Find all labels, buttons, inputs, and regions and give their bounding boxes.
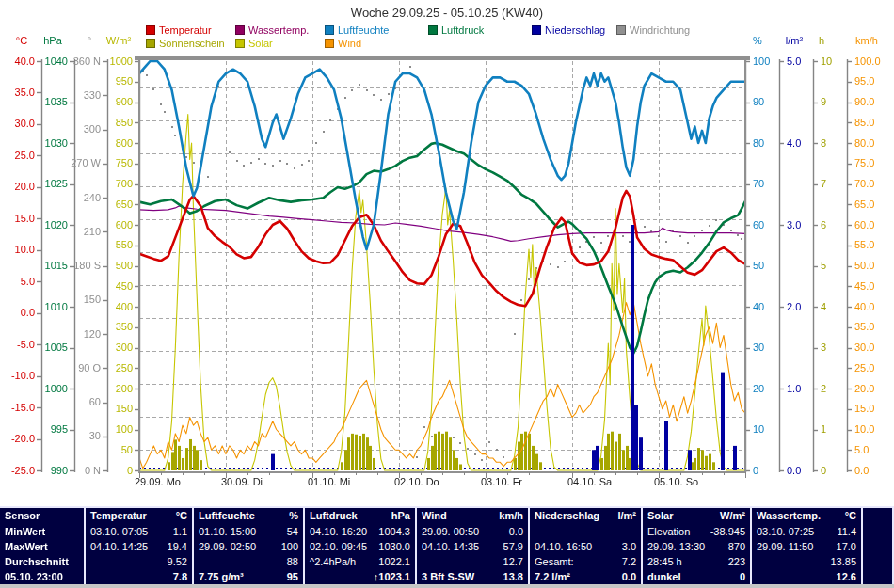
axis-tick-label-wm2: 900 bbox=[95, 97, 133, 107]
table-column-wassertemp: Wassertemp.°C03.10. 07:2511.429.09. 11:5… bbox=[750, 508, 861, 586]
legend-item-wassertemp: Wassertemp. bbox=[235, 25, 309, 37]
axis-tick-label-rain: 1.0 bbox=[787, 384, 801, 394]
table-row-label: MinWert bbox=[0, 524, 84, 539]
table-cell-value: 870 bbox=[728, 539, 745, 554]
day-label: 04.10. Sa bbox=[567, 476, 612, 487]
axis-tick-label-rain: 2.0 bbox=[787, 302, 801, 312]
table-cell-label: 04.10. 14:25 bbox=[90, 539, 148, 554]
axis-tick-label-wm2: 750 bbox=[95, 158, 133, 168]
axis-tick-label-wm2: 0 bbox=[95, 466, 133, 476]
table-header-unit: °C bbox=[845, 508, 856, 524]
table-cell-label: 29.09. 11:50 bbox=[757, 539, 813, 554]
axis-tick-label-windax: 85.0 bbox=[854, 118, 874, 128]
table-cell-value: 13.85 bbox=[830, 554, 856, 569]
axis-tick-label-press: 1000 bbox=[30, 384, 68, 394]
legend-item-luftfeuchte: Luftfeuchte bbox=[325, 25, 389, 37]
axis-tick-label-press: 1035 bbox=[30, 97, 68, 107]
axis-tick-label-sunh: 6 bbox=[821, 220, 826, 230]
axis-tick-label-sunh: 5 bbox=[821, 261, 826, 271]
table-cell-value: 0.0 bbox=[509, 524, 523, 539]
table-cell-label: Gesamt: bbox=[535, 554, 574, 569]
axis-tick-label-wm2: 650 bbox=[95, 199, 133, 210]
axis-tick-label-press: 1030 bbox=[30, 138, 68, 149]
legend-item-temperatur: Temperatur bbox=[146, 25, 212, 37]
axis-tick-label-windax: 5.0 bbox=[854, 445, 869, 455]
axis-tick-label-wm2: 100 bbox=[95, 424, 133, 435]
table-cell-label: 01.10. 15:00 bbox=[199, 524, 256, 539]
axis-tick-label-sunh: 0 bbox=[821, 466, 826, 476]
table-cell-value: 7.2 bbox=[622, 554, 636, 569]
legend-swatch-icon bbox=[428, 25, 438, 35]
axis-unit-label: % bbox=[753, 36, 762, 46]
axis-tick-label-rain: 4.0 bbox=[787, 138, 801, 149]
table-cell-value: 0 bbox=[740, 569, 745, 584]
axis-tick-label-hum: 30 bbox=[753, 342, 764, 353]
axis-tick-label-windax: 15.0 bbox=[854, 404, 874, 414]
table-header-unit: °C bbox=[176, 508, 187, 524]
table-cell-label: 04.10. 14:35 bbox=[422, 539, 479, 554]
axis-tick-label-wm2: 1000 bbox=[95, 56, 133, 67]
axis-tick-label-rain: 5.0 bbox=[787, 56, 801, 67]
axis-tick-label-hum: 40 bbox=[753, 302, 764, 312]
table-cell-label: 28:45 h bbox=[647, 554, 682, 569]
axis-tick-label-hum: 0 bbox=[753, 466, 758, 476]
sensor-summary-table: SensorMinWertMaxWertDurchschnitt05.10. 2… bbox=[0, 506, 894, 586]
table-cell-label: 02.10. 09:45 bbox=[310, 539, 367, 554]
axis-tick-label-windax: 75.0 bbox=[854, 158, 874, 168]
table-cell-value: 223 bbox=[728, 554, 745, 569]
legend-label: Solar bbox=[248, 38, 273, 49]
legend-swatch-icon bbox=[616, 25, 626, 35]
axis-tick-label-hum: 100 bbox=[753, 56, 770, 67]
axis-tick-label-press: 995 bbox=[30, 424, 68, 435]
legend-label: Windrichtung bbox=[630, 24, 690, 36]
axis-tick-label-windax: 90.0 bbox=[854, 97, 874, 107]
day-label: 29.09. Mo bbox=[135, 476, 181, 487]
axis-tick-label-windax: 20.0 bbox=[854, 384, 874, 394]
table-cell-value: 7.8 bbox=[173, 569, 187, 584]
axis-tick-label-hum: 70 bbox=[753, 179, 764, 189]
legend-swatch-icon bbox=[235, 39, 245, 48]
table-header-unit: % bbox=[289, 508, 298, 524]
table-cell-value: 12.7 bbox=[503, 554, 523, 569]
legend-swatch-icon bbox=[146, 39, 155, 48]
table-column-niederschlag: Niederschlagl/m²04.10. 16:503.0Gesamt:7.… bbox=[528, 508, 641, 586]
axis-tick-label-press: 1010 bbox=[30, 302, 68, 312]
axis-tick-label-rain: 0.0 bbox=[787, 466, 801, 476]
axis-tick-label-temp: 30.0 bbox=[0, 119, 35, 129]
table-cell-value: 54 bbox=[287, 524, 298, 539]
legend-item-sonnenschein: Sonnenschein bbox=[146, 39, 225, 50]
axis-tick-label-hum: 50 bbox=[753, 261, 764, 271]
table-header-unit: l/m² bbox=[617, 508, 636, 524]
table-cell-label: 3 Bft S-SW bbox=[422, 569, 474, 584]
table-cell-value: 12.6 bbox=[837, 569, 856, 584]
axis-tick-label-wm2: 500 bbox=[95, 261, 133, 271]
axis-unit-label: ° bbox=[88, 36, 91, 46]
legend-item-niederschlag: Niederschlag bbox=[532, 25, 605, 37]
axis-tick-label-rain: 3.0 bbox=[787, 220, 801, 230]
axis-tick-label-sunh: 2 bbox=[821, 384, 826, 394]
table-cell-label: 29.09. 02:50 bbox=[199, 539, 256, 554]
legend-swatch-icon bbox=[532, 25, 541, 35]
axis-unit-label: W/m² bbox=[106, 36, 131, 46]
table-cell-label: 29.09. 13:30 bbox=[647, 539, 705, 554]
table-cell-value: 1022.1 bbox=[378, 554, 410, 569]
axis-tick-label-sunh: 9 bbox=[821, 97, 826, 107]
table-column-sensor: SensorMinWertMaxWertDurchschnitt05.10. 2… bbox=[0, 508, 84, 586]
axis-tick-label-sunh: 1 bbox=[821, 424, 826, 435]
axis-tick-label-wm2: 850 bbox=[95, 118, 133, 128]
table-cell-value: 1030.0 bbox=[378, 539, 410, 554]
table-column-luftfeuchte: Luftfeuchte%01.10. 15:005429.09. 02:5010… bbox=[192, 508, 303, 586]
axis-tick-label-wm2: 50 bbox=[95, 445, 133, 455]
weather-station-window: Woche 29.09.25 - 05.10.25 (KW40) Tempera… bbox=[0, 0, 894, 588]
legend-swatch-icon bbox=[325, 25, 334, 35]
axis-tick-label-temp: -10.0 bbox=[0, 371, 35, 381]
axis-tick-label-windax: 25.0 bbox=[854, 363, 874, 373]
table-cell-label: 04.10. 16:50 bbox=[535, 539, 592, 554]
axis-tick-label-windax: 65.0 bbox=[854, 199, 874, 210]
axis-tick-label-windax: 60.0 bbox=[854, 220, 874, 230]
legend-item-wind: Wind bbox=[325, 39, 361, 50]
axis-unit-label: °C bbox=[16, 36, 27, 46]
table-cell-label: 29.09. 00:50 bbox=[422, 524, 479, 539]
day-label: 30.09. Di bbox=[221, 476, 263, 487]
axis-tick-label-wm2: 200 bbox=[95, 384, 133, 394]
